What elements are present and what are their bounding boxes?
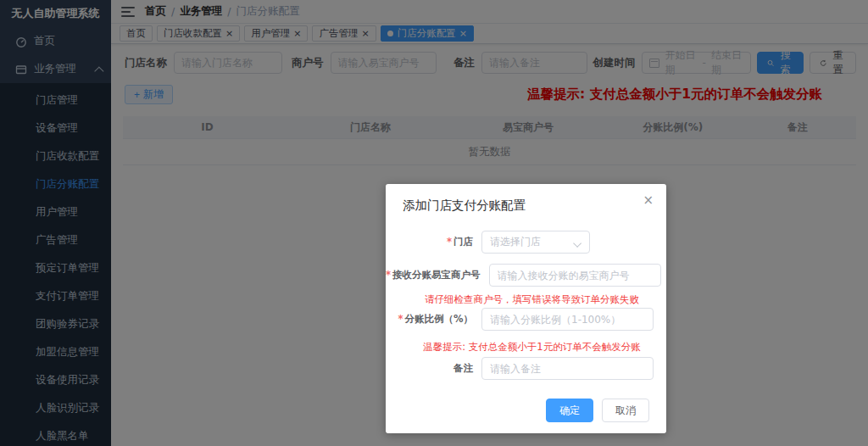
dialog-footer: 确定 取消 (546, 399, 649, 422)
dialog-header: 添加门店支付分账配置 × (386, 184, 666, 214)
merchant-field-row: *接收分账易宝商户号 (386, 264, 666, 287)
split-ratio-input[interactable] (481, 308, 654, 331)
confirm-button[interactable]: 确定 (546, 399, 593, 422)
store-field-label: *门店 (386, 236, 481, 248)
ratio-field-row: *分账比例（%） (386, 308, 666, 331)
required-mark: * (386, 269, 391, 281)
merchant-check-hint: 请仔细检查商户号，填写错误将导致订单分账失败 (386, 293, 666, 306)
app-window: 无人自助管理系统 首页 业务管理 门店管理 设备管理 门店收款配置 门店分账配置… (0, 0, 868, 446)
cancel-button[interactable]: 取消 (602, 399, 649, 422)
add-split-config-dialog: 添加门店支付分账配置 × *门店 请选择门店 *接收分账易宝商户号 请仔细检查商… (386, 184, 666, 433)
store-field-row: *门店 请选择门店 (386, 231, 666, 254)
required-mark: * (447, 236, 452, 248)
remark-dialog-input[interactable] (481, 357, 654, 380)
remark-field-label: 备注 (386, 362, 481, 375)
required-mark: * (398, 313, 403, 325)
merchant-no-dialog-input[interactable] (489, 264, 661, 287)
store-select[interactable]: 请选择门店 (481, 231, 590, 254)
dialog-body: *门店 请选择门店 *接收分账易宝商户号 请仔细检查商户号，填写错误将导致订单分… (386, 214, 666, 380)
min-amount-hint: 温馨提示: 支付总金额小于1元的订单不会触发分账 (386, 341, 666, 354)
store-select-placeholder: 请选择门店 (490, 235, 541, 249)
dialog-title: 添加门店支付分账配置 (403, 198, 526, 212)
chevron-down-icon (573, 239, 581, 248)
merchant-field-label: *接收分账易宝商户号 (386, 269, 489, 282)
ratio-field-label: *分账比例（%） (386, 313, 481, 326)
remark-field-row: 备注 (386, 357, 666, 380)
dialog-close-icon[interactable]: × (643, 194, 654, 207)
